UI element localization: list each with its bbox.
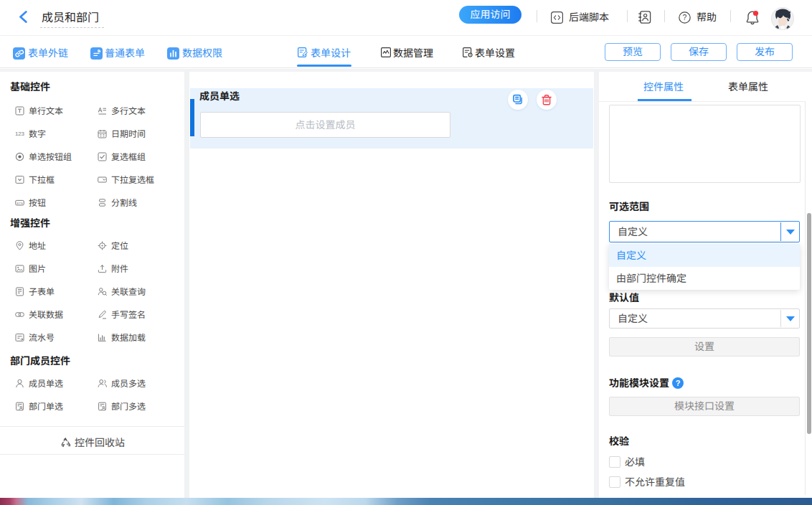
svg-text:?: ? xyxy=(683,13,687,22)
svg-text:123: 123 xyxy=(15,131,24,137)
svg-text:?: ? xyxy=(676,379,681,387)
svg-text:BTN: BTN xyxy=(16,202,23,205)
